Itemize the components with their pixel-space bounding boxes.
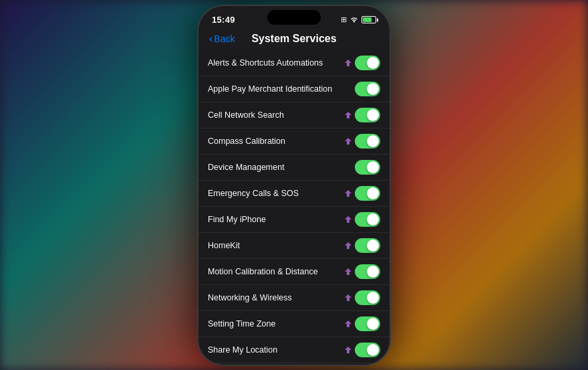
settings-item[interactable]: HomeKit xyxy=(198,233,390,259)
settings-list[interactable]: Alerts & Shortcuts AutomationsApple Pay … xyxy=(198,50,390,365)
settings-item[interactable]: Apple Pay Merchant Identification xyxy=(198,76,390,102)
item-label-networking-wireless: Networking & Wireless xyxy=(208,293,292,302)
item-right xyxy=(344,290,380,305)
toggle-device-management[interactable] xyxy=(355,160,380,175)
item-label-alerts-shortcuts: Alerts & Shortcuts Automations xyxy=(208,58,323,68)
item-label-homekit: HomeKit xyxy=(208,241,240,250)
toggle-setting-time-zone[interactable] xyxy=(355,316,380,331)
item-right xyxy=(344,316,380,331)
toggle-thumb xyxy=(367,83,379,95)
item-label-cell-network-search: Cell Network Search xyxy=(208,110,284,120)
item-left: Cell Network Search xyxy=(208,110,344,120)
toggle-thumb xyxy=(367,135,379,147)
status-icons: ⊞ xyxy=(341,15,376,24)
wifi-icon xyxy=(349,17,359,23)
settings-item[interactable]: Alerts & Shortcuts Automations xyxy=(198,50,390,76)
item-left: Find My iPhone xyxy=(208,215,344,224)
svg-marker-0 xyxy=(345,60,351,66)
item-right xyxy=(355,160,380,175)
item-label-emergency-calls-sos: Emergency Calls & SOS xyxy=(208,189,299,198)
item-left: HomeKit xyxy=(208,241,344,250)
location-arrow-icon xyxy=(344,294,352,302)
item-left: Networking & Wireless xyxy=(208,293,344,302)
svg-marker-5 xyxy=(345,242,351,249)
toggle-thumb xyxy=(367,266,379,278)
item-left: Device Management xyxy=(208,163,355,172)
grid-icon: ⊞ xyxy=(341,15,347,24)
phone-screen: 15:49 ⊞ ‹ Back System Services xyxy=(198,6,390,365)
toggle-motion-calibration[interactable] xyxy=(355,264,380,279)
item-label-setting-time-zone: Setting Time Zone xyxy=(208,319,275,329)
svg-marker-9 xyxy=(345,347,351,353)
settings-item[interactable]: Compass Calibration xyxy=(198,128,390,155)
settings-item[interactable]: Emergency Calls & SOS xyxy=(198,181,390,207)
svg-marker-4 xyxy=(345,216,351,223)
item-left: Apple Pay Merchant Identification xyxy=(208,84,355,94)
toggle-thumb xyxy=(367,161,379,173)
toggle-homekit[interactable] xyxy=(355,238,380,253)
svg-marker-3 xyxy=(345,190,351,197)
toggle-alerts-shortcuts[interactable] xyxy=(355,56,380,70)
item-right xyxy=(344,186,380,201)
settings-item[interactable]: Networking & Wireless xyxy=(198,285,390,311)
toggle-thumb xyxy=(367,240,379,252)
item-label-motion-calibration: Motion Calibration & Distance xyxy=(208,267,318,276)
item-label-find-my-iphone: Find My iPhone xyxy=(208,215,266,224)
toggle-compass-calibration[interactable] xyxy=(355,134,380,149)
item-left: Emergency Calls & SOS xyxy=(208,189,344,198)
toggle-find-my-iphone[interactable] xyxy=(355,212,380,227)
toggle-thumb xyxy=(367,292,379,304)
svg-marker-7 xyxy=(345,294,351,301)
status-time: 15:49 xyxy=(212,15,235,25)
nav-title: System Services xyxy=(251,33,336,45)
location-arrow-icon xyxy=(344,137,352,145)
item-label-apple-pay-merchant: Apple Pay Merchant Identification xyxy=(208,84,332,94)
location-arrow-icon xyxy=(344,320,352,328)
battery-cap xyxy=(377,18,378,21)
item-left: Alerts & Shortcuts Automations xyxy=(208,58,344,68)
item-right xyxy=(344,343,380,357)
item-right xyxy=(344,212,380,227)
toggle-thumb xyxy=(367,213,379,225)
settings-item[interactable]: Device Management xyxy=(198,155,390,181)
settings-item[interactable]: Cell Network Search xyxy=(198,102,390,128)
toggle-thumb xyxy=(367,187,379,199)
svg-marker-6 xyxy=(345,268,351,275)
battery-icon xyxy=(361,16,376,23)
toggle-thumb xyxy=(367,344,379,356)
svg-marker-2 xyxy=(345,138,351,145)
toggle-thumb xyxy=(367,109,379,121)
item-label-device-management: Device Management xyxy=(208,163,285,172)
toggle-share-my-location[interactable] xyxy=(355,343,380,357)
item-label-share-my-location: Share My Location xyxy=(208,345,277,355)
back-chevron-icon: ‹ xyxy=(209,33,212,45)
settings-item[interactable]: Find My iPhone xyxy=(198,207,390,233)
svg-marker-1 xyxy=(345,112,351,118)
item-right xyxy=(344,264,380,279)
item-label-compass-calibration: Compass Calibration xyxy=(208,136,285,146)
item-right xyxy=(344,108,380,122)
settings-item[interactable]: Motion Calibration & Distance xyxy=(198,259,390,285)
toggle-thumb xyxy=(367,318,379,330)
item-left: Share My Location xyxy=(208,345,344,355)
battery-fill xyxy=(363,17,372,22)
location-arrow-icon xyxy=(344,346,352,354)
phone-frame: 15:49 ⊞ ‹ Back System Services xyxy=(197,5,391,366)
back-button[interactable]: ‹ Back xyxy=(209,33,235,45)
toggle-cell-network-search[interactable] xyxy=(355,108,380,122)
toggle-networking-wireless[interactable] xyxy=(355,290,380,305)
settings-item[interactable]: Share My Location xyxy=(198,337,390,363)
settings-item[interactable]: Suggestions & Search xyxy=(198,363,390,365)
settings-item[interactable]: Setting Time Zone xyxy=(198,311,390,337)
svg-marker-8 xyxy=(345,320,351,327)
item-left: Setting Time Zone xyxy=(208,319,344,329)
back-label: Back xyxy=(214,33,235,44)
settings-section-main: Alerts & Shortcuts AutomationsApple Pay … xyxy=(198,50,390,365)
nav-bar: ‹ Back System Services xyxy=(198,30,390,50)
toggle-apple-pay-merchant[interactable] xyxy=(355,82,380,96)
location-arrow-icon xyxy=(344,268,352,276)
location-arrow-icon xyxy=(344,189,352,197)
toggle-emergency-calls-sos[interactable] xyxy=(355,186,380,201)
item-right xyxy=(344,238,380,253)
location-arrow-icon xyxy=(344,59,352,67)
